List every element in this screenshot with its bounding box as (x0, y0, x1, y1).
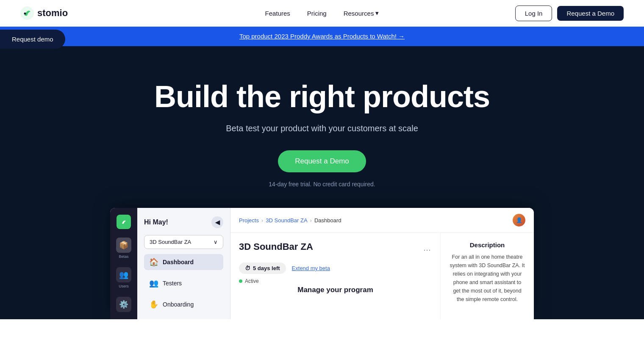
breadcrumb-path: Projects › 3D SoundBar ZA › Dashboard (239, 217, 341, 224)
select-chevron-icon: ∨ (214, 239, 218, 245)
extend-beta-link[interactable]: Extend my beta (292, 265, 330, 271)
logo-icon (20, 6, 34, 20)
resources-dropdown-icon: ▾ (375, 9, 379, 17)
nav-actions: Log In Request a Demo (515, 6, 624, 21)
app-screenshot: 📦 Betas 👥 Users ⚙️ Hi May! ◀ 3D SoundBar… (110, 208, 534, 319)
app-main: Projects › 3D SoundBar ZA › Dashboard 👤 … (230, 208, 534, 319)
logo-text: stomio (37, 8, 68, 19)
hero-headline: Build the right products (8, 80, 636, 113)
login-button[interactable]: Log In (515, 6, 552, 21)
greeting-icon: ◀ (211, 216, 223, 228)
breadcrumb-projects[interactable]: Projects (239, 217, 259, 224)
users-icon: 👥 (116, 267, 131, 282)
more-options-icon[interactable]: ⋯ (423, 245, 432, 254)
sidebar-users[interactable]: 👥 Users (116, 267, 131, 288)
badge-row: ⏱ 5 days left Extend my beta (239, 263, 432, 274)
description-title: Description (449, 241, 525, 249)
request-demo-bubble[interactable]: Request demo (0, 30, 65, 49)
status-row: Active (239, 278, 432, 284)
menu-onboarding[interactable]: ✋ Onboarding (144, 296, 223, 312)
sidebar-settings[interactable]: ⚙️ (116, 297, 131, 312)
hero-subheadline: Beta test your product with your custome… (8, 124, 636, 133)
breadcrumb-current: Dashboard (314, 217, 341, 224)
betas-label: Betas (119, 254, 128, 259)
sidebar-logo (117, 215, 131, 229)
app-sidebar: 📦 Betas 👥 Users ⚙️ (110, 208, 137, 319)
onboarding-label: Onboarding (163, 301, 194, 308)
nav-features[interactable]: Features (265, 10, 290, 17)
content-right: Description For an all in one home theat… (441, 233, 534, 319)
status-dot (239, 279, 242, 283)
sidebar-logo-icon (119, 218, 128, 226)
breadcrumb-bar: Projects › 3D SoundBar ZA › Dashboard 👤 (230, 208, 534, 233)
greeting-row: Hi May! ◀ (144, 215, 223, 230)
betas-icon: 📦 (116, 238, 131, 253)
navbar: stomio Features Pricing Resources ▾ Log … (0, 0, 644, 27)
dashboard-label: Dashboard (163, 259, 194, 265)
status-text: Active (245, 278, 259, 284)
hero-section: Build the right products Beta test your … (0, 46, 644, 319)
nav-links: Features Pricing Resources ▾ (265, 9, 379, 17)
svg-point-1 (24, 13, 26, 15)
content-header: 3D SoundBar ZA ⋯ (239, 241, 432, 258)
content-title: 3D SoundBar ZA (239, 241, 313, 252)
greeting-text: Hi May! (144, 218, 168, 226)
timer-icon: ⏱ (245, 265, 250, 271)
nav-resources[interactable]: Resources ▾ (344, 9, 379, 17)
description-text: For an all in one home theatre system wi… (449, 253, 525, 304)
nav-pricing[interactable]: Pricing (307, 10, 327, 17)
menu-dashboard[interactable]: 🏠 Dashboard (144, 254, 223, 270)
logo[interactable]: stomio (20, 6, 68, 20)
manage-title: Manage your program (239, 286, 432, 294)
trial-text: 14-day free trial. No credit card requir… (8, 181, 636, 188)
request-demo-button[interactable]: Request a Demo (557, 6, 624, 21)
left-panel: Hi May! ◀ 3D SoundBar ZA ∨ 🏠 Dashboard 👥… (137, 208, 230, 319)
content-left: 3D SoundBar ZA ⋯ ⏱ 5 days left Extend my… (230, 233, 441, 319)
onboarding-icon: ✋ (149, 300, 158, 309)
breadcrumb-project[interactable]: 3D SoundBar ZA (266, 217, 307, 224)
hero-cta-button[interactable]: Request a Demo (278, 150, 366, 172)
dashboard-icon: 🏠 (149, 257, 158, 267)
testers-icon: 👥 (149, 279, 158, 288)
breadcrumb-sep-1: › (261, 217, 263, 224)
sidebar-betas[interactable]: 📦 Betas (116, 238, 131, 259)
project-selector[interactable]: 3D SoundBar ZA ∨ (144, 235, 223, 249)
app-content-area: 3D SoundBar ZA ⋯ ⏱ 5 days left Extend my… (230, 233, 534, 319)
menu-testers[interactable]: 👥 Testers (144, 275, 223, 291)
testers-label: Testers (163, 280, 182, 287)
breadcrumb-sep-2: › (310, 217, 312, 224)
days-left-text: 5 days left (253, 265, 280, 271)
settings-icon: ⚙️ (116, 297, 131, 312)
banner-link[interactable]: Top product 2023 Proddy Awards as Produc… (239, 33, 405, 40)
users-label: Users (119, 284, 129, 288)
days-left-badge: ⏱ 5 days left (239, 263, 286, 274)
promo-banner: Top product 2023 Proddy Awards as Produc… (0, 27, 644, 46)
avatar: 👤 (513, 214, 525, 227)
